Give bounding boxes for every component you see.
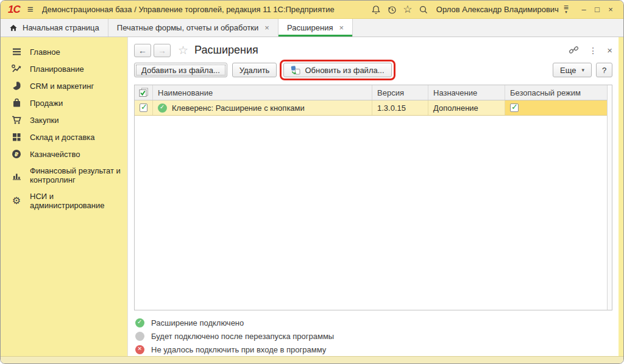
- bottom-frame-strip: [1, 356, 623, 363]
- planning-icon: [11, 64, 22, 74]
- minimize-button[interactable]: –: [577, 5, 590, 14]
- pending-status-icon: [135, 332, 144, 341]
- sidebar-item-purchases[interactable]: Закупки: [1, 111, 127, 128]
- column-header-purpose[interactable]: Назначение: [428, 85, 505, 100]
- shopping-bag-icon: [11, 98, 22, 108]
- add-from-file-button[interactable]: Добавить из файла...: [134, 63, 227, 77]
- select-all-icon: [139, 88, 149, 97]
- nav-back-button[interactable]: ←: [134, 44, 151, 57]
- table-row[interactable]: Клеверенс: Расширение с кнопками 1.3.0.1…: [135, 100, 612, 116]
- command-bar: Добавить из файла... Удалить Обновить из…: [134, 60, 612, 80]
- update-from-file-button[interactable]: Обновить из файла...: [283, 63, 391, 77]
- sections-panel: Главное Планирование CRM и маркетинг Про…: [1, 37, 127, 356]
- column-header-name[interactable]: Наименование: [153, 85, 372, 100]
- update-from-file-icon: [291, 65, 300, 75]
- get-link-icon[interactable]: [569, 46, 579, 55]
- gear-icon: ⚙: [11, 196, 22, 206]
- right-frame-margin: [619, 37, 623, 356]
- extension-connected-icon: [158, 103, 167, 113]
- vertical-scrollbar[interactable]: [607, 85, 612, 310]
- nav-forward-button[interactable]: →: [154, 44, 171, 57]
- tab-home-label: Начальная страница: [23, 23, 99, 32]
- home-icon: [9, 24, 18, 32]
- status-legend: Расширение подключено Будет подключено п…: [135, 316, 612, 356]
- tab-close-icon[interactable]: ×: [339, 23, 344, 32]
- legend-connected: Расширение подключено: [135, 316, 612, 329]
- form-header: ← → ☆ Расширения ⋮ ×: [134, 42, 612, 58]
- sidebar-item-planning[interactable]: Планирование: [1, 60, 127, 77]
- select-all-header[interactable]: [135, 85, 153, 100]
- favorites-star-icon[interactable]: ☆: [400, 3, 416, 16]
- failed-status-icon: [135, 345, 144, 354]
- main-menu-icon[interactable]: ≡: [27, 4, 34, 16]
- extensions-form: ← → ☆ Расширения ⋮ × Добавить из файла..…: [127, 37, 619, 356]
- more-button[interactable]: Еще ▾: [553, 63, 592, 77]
- sidebar-item-crm[interactable]: CRM и маркетинг: [1, 77, 127, 94]
- maximize-button[interactable]: □: [590, 5, 604, 14]
- search-icon[interactable]: [416, 3, 431, 16]
- row-purpose-cell[interactable]: Дополнение: [428, 100, 505, 115]
- tab-bar: Начальная страница Печатные формы, отчет…: [1, 19, 623, 37]
- title-bar: 1С ≡ Демонстрационная база / Управление …: [1, 1, 623, 19]
- tab-close-icon[interactable]: ×: [264, 23, 269, 32]
- legend-pending: Будет подключено после перезапуска прогр…: [135, 329, 612, 343]
- sidebar-item-treasury[interactable]: ₽ Казначейство: [1, 145, 127, 163]
- column-header-safe-mode[interactable]: Безопасный режим: [505, 85, 612, 100]
- tab-extensions[interactable]: Расширения ×: [278, 19, 353, 37]
- bar-chart-icon: [11, 170, 22, 180]
- 1c-logo: 1С: [8, 4, 20, 16]
- form-menu-kebab-icon[interactable]: ⋮: [589, 46, 597, 55]
- safe-mode-checkbox[interactable]: [510, 103, 519, 112]
- app-window: 1С ≡ Демонстрационная база / Управление …: [0, 0, 624, 364]
- connected-status-icon: [135, 318, 144, 327]
- sidebar-item-main[interactable]: Главное: [1, 43, 127, 60]
- main-section-icon: [11, 47, 22, 57]
- warehouse-grid-icon: [11, 132, 22, 142]
- close-form-icon[interactable]: ×: [607, 45, 612, 55]
- tab-print-forms-label: Печатные формы, отчеты и обработки: [117, 23, 259, 32]
- column-header-version[interactable]: Версия: [372, 85, 428, 100]
- content-area: Главное Планирование CRM и маркетинг Про…: [1, 37, 623, 356]
- toolbar-settings-icon[interactable]: ≡ ▾: [564, 5, 569, 14]
- chevron-down-icon: ▾: [581, 67, 584, 73]
- pie-chart-icon: [11, 81, 22, 91]
- sidebar-item-finance[interactable]: Финансовый результат и контроллинг: [1, 163, 127, 188]
- red-highlight-annotation: Обновить из файла...: [280, 60, 395, 80]
- row-name-cell[interactable]: Клеверенс: Расширение с кнопками: [153, 100, 372, 115]
- page-title: Расширения: [194, 44, 559, 57]
- help-button[interactable]: ?: [596, 63, 612, 77]
- row-safe-mode-cell[interactable]: [505, 100, 612, 115]
- tab-home[interactable]: Начальная страница: [1, 19, 108, 37]
- row-version-cell[interactable]: 1.3.0.15: [372, 100, 428, 115]
- sidebar-item-sales[interactable]: Продажи: [1, 94, 127, 111]
- sidebar-item-warehouse[interactable]: Склад и доставка: [1, 128, 127, 145]
- notifications-bell-icon[interactable]: [368, 3, 384, 16]
- ruble-circle-icon: ₽: [11, 149, 22, 159]
- delete-button[interactable]: Удалить: [232, 63, 277, 77]
- row-active-cell[interactable]: [135, 100, 153, 115]
- add-favorite-star-icon[interactable]: ☆: [178, 43, 188, 57]
- current-user[interactable]: Орлов Александр Владимирович: [436, 5, 559, 14]
- legend-failed: Не удалось подключить при входе в програ…: [135, 343, 612, 356]
- history-icon[interactable]: [384, 3, 400, 16]
- row-active-checkbox[interactable]: [140, 103, 147, 112]
- shopping-cart-icon: [11, 115, 22, 125]
- close-window-button[interactable]: ×: [604, 5, 617, 14]
- tab-print-forms[interactable]: Печатные формы, отчеты и обработки ×: [108, 19, 278, 37]
- svg-text:₽: ₽: [15, 151, 19, 158]
- tab-extensions-label: Расширения: [287, 23, 333, 32]
- table-header-row: Наименование Версия Назначение Безопасны…: [135, 85, 612, 100]
- extensions-table: Наименование Версия Назначение Безопасны…: [134, 85, 612, 310]
- window-title: Демонстрационная база / Управление торго…: [42, 5, 368, 14]
- sidebar-item-admin[interactable]: ⚙ НСИ и администрирование: [1, 188, 127, 214]
